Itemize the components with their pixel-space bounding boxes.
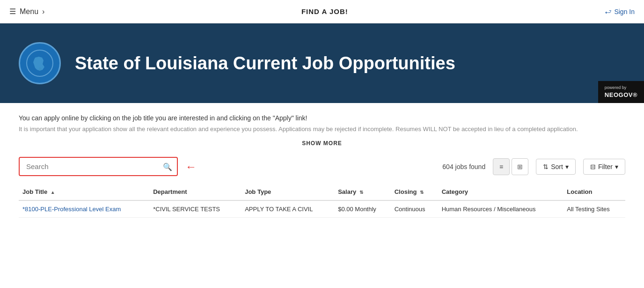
col-location: Location [563,184,625,200]
col-job-title-label: Job Title [22,188,47,195]
sort-icon: ⇅ [543,163,549,170]
sign-in-button[interactable]: ⮐ Sign In [605,8,635,15]
grid-view-button[interactable]: ⊞ [512,158,528,175]
col-closing-label: Closing [395,188,417,195]
job-title-sort-icon: ▲ [51,190,55,195]
menu-button[interactable]: ☰ Menu › [9,7,44,16]
table-header: Job Title ▲ Department Job Type Salary ⇅… [19,184,625,200]
view-toggle: ≡ ⊞ [493,158,528,175]
hamburger-icon: ☰ [9,7,16,16]
search-icon: 🔍 [163,162,172,170]
jobs-found-count: 604 jobs found [442,163,485,170]
neogov-brand: NEOGOV® [605,91,637,99]
hero-title: State of Louisiana Current Job Opportuni… [75,53,455,74]
louisiana-logo [19,42,61,84]
show-more-button[interactable]: SHOW MORE [298,138,346,148]
filter-chevron-icon: ▾ [615,163,618,170]
col-location-label: Location [567,188,592,195]
powered-by-label: powered by [605,85,637,91]
col-department-label: Department [153,188,187,195]
cell-location: All Testing Sites [563,200,625,218]
job-title-link[interactable]: *8100-PLE-Professional Level Exam [22,206,121,213]
filter-button[interactable]: ⊟ Filter ▾ [583,159,625,175]
table-body: *8100-PLE-Professional Level Exam *CIVIL… [19,200,625,218]
show-more-container: SHOW MORE [19,138,625,148]
description-secondary: It is important that your application sh… [19,126,625,133]
sort-label: Sort [551,163,563,170]
jobs-table: Job Title ▲ Department Job Type Salary ⇅… [19,184,625,218]
search-icon-button[interactable]: 🔍 [163,162,172,171]
col-salary-label: Salary [338,188,356,195]
page-title: FIND A JOB! [301,7,348,15]
sign-in-label: Sign In [614,8,635,15]
hero-banner: State of Louisiana Current Job Opportuni… [0,23,644,103]
col-salary: Salary ⇅ [334,184,391,200]
cell-salary: $0.00 Monthly [334,200,391,218]
col-category-label: Category [442,188,468,195]
col-closing: Closing ⇅ [391,184,438,200]
col-job-title: Job Title ▲ [19,184,149,200]
list-view-button[interactable]: ≡ [493,158,510,175]
description-primary: You can apply online by clicking on the … [19,114,625,122]
col-job-type: Job Type [241,184,334,200]
controls-row: 🔍 ← 604 jobs found ≡ ⊞ ⇅ Sort ▾ ⊟ Fil [19,157,625,176]
salary-sort-icon: ⇅ [359,190,363,195]
cell-job-title: *8100-PLE-Professional Level Exam [19,200,149,218]
cell-category: Human Resources / Miscellaneous [438,200,564,218]
top-nav: ☰ Menu › FIND A JOB! ⮐ Sign In [0,0,644,23]
search-box-wrapper: 🔍 [19,157,178,176]
table-header-row: Job Title ▲ Department Job Type Salary ⇅… [19,184,625,200]
table-row: *8100-PLE-Professional Level Exam *CIVIL… [19,200,625,218]
neogov-badge: powered by NEOGOV® [598,81,644,103]
menu-label: Menu [20,7,38,16]
cell-department: *CIVIL SERVICE TESTS [149,200,241,218]
filter-label: Filter [598,163,613,170]
grid-view-icon: ⊞ [517,163,523,170]
sort-chevron-icon: ▾ [565,163,569,170]
filter-icon: ⊟ [590,163,596,170]
col-department: Department [149,184,241,200]
col-category: Category [438,184,564,200]
sign-in-icon: ⮐ [605,8,611,15]
col-job-type-label: Job Type [245,188,271,195]
arrow-indicator: ← [185,160,197,173]
search-input[interactable] [20,158,177,175]
closing-sort-icon: ⇅ [420,190,424,195]
list-view-icon: ≡ [499,163,503,170]
main-content: You can apply online by clicking on the … [0,103,644,218]
chevron-right-icon: › [42,7,44,16]
cell-closing: Continuous [391,200,438,218]
cell-job-type: APPLY TO TAKE A CIVIL [241,200,334,218]
sort-button[interactable]: ⇅ Sort ▾ [536,159,576,175]
